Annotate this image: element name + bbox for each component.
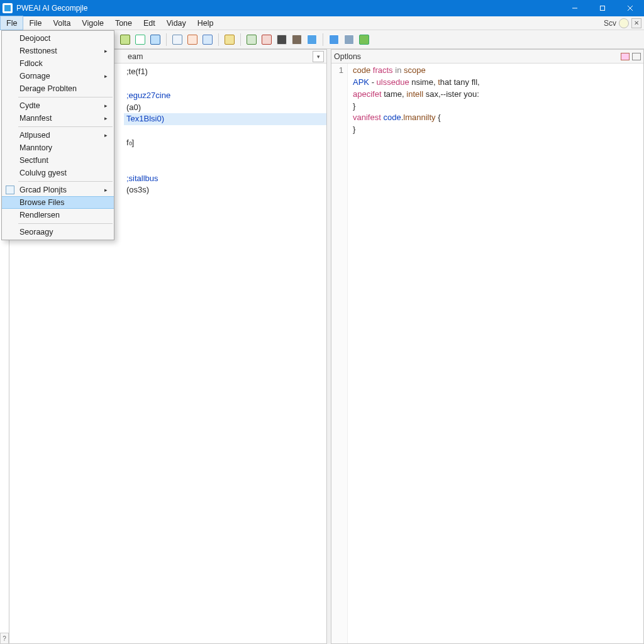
menu-item-deojooct[interactable]: Deojooct (2, 32, 114, 45)
menu-item-label: Grcad Plonjts (19, 186, 67, 194)
menu-item-browse-files[interactable]: Browse Files (2, 196, 114, 209)
menu-item-label: Browse Files (19, 198, 65, 207)
title-bar: PWEAI AI Gecompjle (0, 0, 644, 16)
menu-item-label: Mannfest (19, 114, 52, 123)
menu-viday[interactable]: Viday (161, 16, 192, 30)
submenu-arrow-icon: ▸ (104, 48, 108, 54)
status-hint[interactable]: ? (0, 633, 9, 644)
toolbar-separator (166, 33, 167, 46)
toolbar (114, 30, 644, 49)
menu-item-fdlock[interactable]: Fdlock (2, 57, 114, 70)
file-menu-dropdown: DeojooctResttonest▸FdlockGornage▸Derage … (1, 30, 114, 240)
navigator-line[interactable]: (a0) (126, 102, 324, 114)
code-line[interactable]: code fracts in scope (353, 65, 640, 77)
navigator-line[interactable]: f₀] (126, 137, 324, 149)
window-icon[interactable] (305, 33, 319, 47)
code-line[interactable]: } (353, 124, 640, 136)
menu-item-gornage[interactable]: Gornage▸ (2, 70, 114, 82)
table1-icon[interactable] (170, 33, 184, 47)
menu-vigole[interactable]: Vigole (76, 16, 109, 30)
minimize-button[interactable] (561, 0, 589, 16)
right-tool-label: Scv (604, 19, 616, 28)
menu-item-grcad-plonjts[interactable]: Grcad Plonjts▸ (2, 184, 114, 196)
panel-icon[interactable] (148, 33, 162, 47)
window-title: PWEAI AI Gecompjle (16, 4, 87, 13)
code-text[interactable]: code fracts in scopeAPK - ulssedue nsime… (348, 64, 643, 643)
menu-item-label: Resttonest (19, 47, 57, 55)
navigator-line[interactable]: ;te(f1) (126, 66, 324, 78)
menu-item-cydte[interactable]: Cydte▸ (2, 99, 114, 112)
navigator-line[interactable] (126, 125, 324, 137)
close-button[interactable] (616, 0, 644, 16)
menu-item-icon (6, 186, 14, 194)
picture-icon[interactable] (245, 33, 258, 47)
menu-fle[interactable]: Fle (0, 16, 23, 30)
navigator-line[interactable]: (os3s) (126, 184, 324, 196)
app-icon (3, 3, 13, 13)
code-title: Optlons (334, 52, 361, 61)
menu-item-label: Gornage (19, 72, 50, 80)
gear-dark-icon[interactable] (275, 33, 289, 47)
menu-file[interactable]: File (23, 16, 47, 30)
grid-icon[interactable] (201, 33, 214, 47)
disk-icon[interactable] (342, 33, 356, 47)
panel-tool-2-icon[interactable] (632, 53, 641, 60)
menu-item-label: Rendlersen (19, 211, 60, 219)
menu-item-label: Deojooct (19, 34, 50, 43)
cube-icon[interactable] (290, 33, 304, 47)
menu-item-rendlersen[interactable]: Rendlersen (2, 209, 114, 221)
navigator-line[interactable] (126, 78, 324, 90)
menu-item-mannfest[interactable]: Mannfest▸ (2, 112, 114, 125)
close-tool-button[interactable]: ✕ (631, 18, 641, 28)
menu-tone[interactable]: Tone (109, 16, 138, 30)
svg-rect-1 (601, 6, 605, 11)
doc-new-icon[interactable] (118, 33, 132, 47)
menu-help[interactable]: Help (192, 16, 219, 30)
table2-icon[interactable] (186, 33, 199, 47)
navigator-line[interactable]: Tex1Blsi0) (124, 113, 326, 125)
globe-icon[interactable] (327, 33, 341, 47)
menu-separator (18, 181, 113, 182)
line-number-gutter: 1 (331, 64, 348, 643)
android-icon[interactable] (357, 33, 371, 47)
toolbar-separator (218, 33, 219, 46)
menu-item-resttonest[interactable]: Resttonest▸ (2, 45, 114, 57)
lightbulb-icon[interactable] (619, 18, 629, 28)
bug-icon[interactable] (260, 33, 274, 47)
navigator-line[interactable] (126, 161, 324, 173)
navigator-line[interactable]: ;sitallbus (126, 173, 324, 185)
menu-volta[interactable]: Volta (48, 16, 77, 30)
code-line[interactable]: vanifest code.lmannilty { (353, 112, 640, 124)
menu-separator (18, 97, 113, 97)
code-line[interactable]: apecifet tame, intell sax,--ister you: (353, 89, 640, 101)
menu-item-label: Sectfunt (19, 156, 48, 165)
maximize-button[interactable] (589, 0, 616, 16)
submenu-arrow-icon: ▸ (104, 73, 108, 79)
code-body[interactable]: 1 code fracts in scopeAPK - ulssedue nsi… (331, 64, 643, 643)
submenu-arrow-icon: ▸ (104, 187, 108, 193)
menu-separator (18, 126, 113, 127)
menu-item-label: Manntory (19, 143, 52, 152)
menu-edt[interactable]: Edt (138, 16, 161, 30)
image-icon[interactable] (223, 33, 236, 47)
navigator-line[interactable] (126, 149, 324, 161)
menubar-right-tools: Scv ✕ (604, 16, 644, 30)
code-line[interactable]: } (353, 101, 640, 113)
menu-item-derage-problten[interactable]: Derage Problten (2, 82, 114, 95)
code-line[interactable]: APK - ulssedue nsime, that tany fll, (353, 77, 640, 89)
menu-bar: FleFileVoltaVigoleToneEdtVidayHelp Scv ✕ (0, 16, 644, 30)
code-panel: Optlons 1 code fracts in scopeAPK - ulss… (331, 49, 644, 644)
menu-item-manntory[interactable]: Manntory (2, 142, 114, 154)
chrome-icon[interactable] (133, 33, 147, 47)
window-controls (561, 0, 644, 16)
menu-item-seoraagy[interactable]: Seoraagy (2, 226, 114, 238)
navigator-line[interactable]: ;eguz27cine (126, 90, 324, 102)
menu-item-atlpused[interactable]: Atlpused▸ (2, 129, 114, 142)
menu-item-colulvg-gyest[interactable]: Colulvg gyest (2, 167, 114, 179)
submenu-arrow-icon: ▸ (104, 103, 108, 109)
menu-item-label: Fdlock (19, 59, 43, 68)
menu-item-label: Seoraagy (19, 228, 53, 236)
navigator-dropdown-button[interactable]: ▾ (313, 51, 324, 62)
menu-item-sectfunt[interactable]: Sectfunt (2, 154, 114, 167)
panel-tool-1-icon[interactable] (621, 53, 630, 60)
